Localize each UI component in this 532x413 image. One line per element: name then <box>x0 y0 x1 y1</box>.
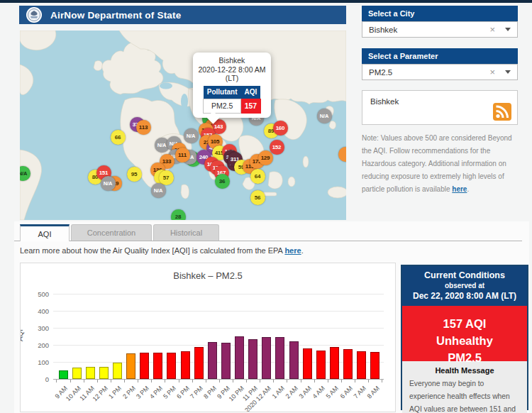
note-text: Note: Values above 500 are considered Be… <box>362 134 512 193</box>
chart-bar-7-AM[interactable] <box>357 351 366 379</box>
aqi-marker-64[interactable]: 64 <box>250 169 265 184</box>
tab-historical[interactable]: Historical <box>153 224 219 241</box>
tab-aqi[interactable]: AQI <box>20 224 70 241</box>
y-tick-label: 400 <box>29 307 49 315</box>
chart-bar-11-PM[interactable] <box>248 339 257 379</box>
chart-bar-10-AM[interactable] <box>72 368 82 379</box>
y-tick-label: 100 <box>29 358 49 366</box>
aqi-marker-66[interactable]: 66 <box>111 130 126 145</box>
chart-bar-7-PM[interactable] <box>194 347 204 379</box>
city-select[interactable]: Bishkek × <box>362 21 518 38</box>
gridline <box>53 345 384 346</box>
city-clear-icon[interactable]: × <box>489 24 495 35</box>
chart-bar-4-AM[interactable] <box>316 351 326 379</box>
axis-tick <box>233 380 233 382</box>
rss-icon[interactable] <box>493 103 511 121</box>
learn-more-here-link[interactable]: here <box>284 246 301 255</box>
chart-bar-2-PM[interactable] <box>126 353 135 379</box>
axis-tick <box>165 380 165 382</box>
city-chevron-down-icon[interactable] <box>505 28 511 31</box>
current-conditions-panel: Current Conditions observed at Dec 22, 2… <box>401 265 528 410</box>
aqi-marker-160[interactable]: 160 <box>273 121 288 136</box>
chart-bar-9-AM[interactable] <box>59 370 68 379</box>
axis-tick <box>219 380 220 382</box>
chart-plot: 01002003004005009 AM10 AM11 AM12 PM1 PM2… <box>21 263 395 412</box>
y-tick-label: 0 <box>29 375 49 383</box>
aqi-marker-152[interactable]: 152 <box>270 140 284 155</box>
axis-tick <box>151 380 152 382</box>
gridline <box>53 328 384 329</box>
aqi-marker-NA[interactable]: N/A <box>151 183 166 198</box>
aqi-marker-NA[interactable]: N/A <box>101 176 116 191</box>
aqi-marker-57[interactable]: 57 <box>159 170 174 185</box>
aqi-marker-129[interactable]: 129 <box>258 150 273 165</box>
health-message-block: Health Message Everyone may begin to exp… <box>402 361 527 413</box>
learn-more-suffix: . <box>301 246 304 255</box>
aqi-marker[interactable] <box>338 147 347 162</box>
aqi-marker-36[interactable]: 36 <box>215 174 230 189</box>
aqi-marker-28[interactable]: 28 <box>171 209 186 221</box>
axis-tick <box>97 380 98 382</box>
chart-bar-Dec-22-2020-12-AM[interactable] <box>262 337 271 379</box>
popup-timezone: (LT) <box>194 74 270 83</box>
conditions-title: Current Conditions <box>404 270 526 280</box>
chart-bar-4-PM[interactable] <box>153 353 162 379</box>
aqi-marker-NA[interactable]: N/A <box>20 166 31 181</box>
chart-bar-12-PM[interactable] <box>99 367 109 379</box>
chart-bar-6-AM[interactable] <box>343 349 353 379</box>
chart-bar-8-PM[interactable] <box>208 342 217 379</box>
chart-bar-3-PM[interactable] <box>140 353 149 379</box>
chart-bar-8-AM[interactable] <box>370 352 379 379</box>
map-canvas[interactable]: N/A66371113N/AN/A127N/AN/A11113313657N/A… <box>20 31 346 220</box>
tab-concentration[interactable]: Concentration <box>71 224 152 241</box>
axis-tick <box>124 380 125 382</box>
tab-bar: AQI Concentration Historical <box>20 224 219 241</box>
axis-tick <box>192 380 193 382</box>
popup-pollutant-header: Pollutant <box>204 86 241 99</box>
aqi-marker-56[interactable]: 56 <box>250 190 265 205</box>
popup-pollutant-value: PM2.5 <box>204 99 241 113</box>
note-suffix: . <box>467 185 469 193</box>
popup-aqi-value: 157 <box>241 99 261 113</box>
marker-layer: N/A66371113N/AN/A127N/AN/A11113313657N/A… <box>20 31 346 220</box>
chart-bar-10-PM[interactable] <box>235 336 244 379</box>
learn-more-body: Learn more about how the Air Quality Ind… <box>20 246 284 255</box>
conditions-category: Unhealthy <box>402 332 527 349</box>
aqi-marker-95[interactable]: 95 <box>127 167 142 182</box>
chart-bar-1-PM[interactable] <box>113 363 122 379</box>
axis-tick <box>70 380 71 382</box>
axis-tick <box>368 380 369 382</box>
gridline <box>53 294 384 294</box>
aqi-marker-113[interactable]: 113 <box>136 120 151 135</box>
aqi-marker-111[interactable]: 111 <box>175 148 190 163</box>
conditions-datetime: Dec 22, 2020 8:00 AM (LT) <box>404 291 526 301</box>
axis-tick <box>355 380 355 382</box>
chart-bar-1-AM[interactable] <box>275 337 284 379</box>
chart-bar-9-PM[interactable] <box>221 343 231 379</box>
axis-tick <box>138 380 138 382</box>
conditions-header: Current Conditions observed at Dec 22, 2… <box>402 266 527 306</box>
parameter-clear-icon[interactable]: × <box>489 67 495 77</box>
chart-bar-2-AM[interactable] <box>289 341 299 379</box>
parameter-chevron-down-icon[interactable] <box>505 70 511 74</box>
chart-bar-3-AM[interactable] <box>303 348 312 379</box>
sidebar-note: Note: Values above 500 are considered Be… <box>362 132 519 196</box>
conditions-aqi-block: 157 AQI Unhealthy PM2.5 <box>402 306 527 361</box>
popup-city: Bishkek <box>194 56 270 65</box>
note-here-link[interactable]: here <box>452 185 467 193</box>
conditions-observed-at: observed at <box>404 282 526 290</box>
chart-container: Bishkek – PM2.5 AQI 01002003004005009 AM… <box>20 263 396 412</box>
chart-bar-6-PM[interactable] <box>181 351 190 379</box>
parameter-select-value: PM2.5 <box>369 68 489 77</box>
page-title: AirNow Department of State <box>50 10 181 21</box>
parameter-select[interactable]: PM2.5 × <box>362 64 518 80</box>
chart-bar-5-AM[interactable] <box>330 347 339 379</box>
axis-tick <box>246 380 247 382</box>
chart-bar-5-PM[interactable] <box>167 353 176 379</box>
chart-bar-11-AM[interactable] <box>86 367 95 379</box>
city-select-value: Bishkek <box>369 26 489 34</box>
aqi-marker-NA[interactable]: N/A <box>184 128 199 143</box>
aqi-marker-NA[interactable]: N/A <box>317 109 332 123</box>
feed-city-label: Bishkek <box>370 97 399 106</box>
y-tick-label: 200 <box>29 341 49 349</box>
